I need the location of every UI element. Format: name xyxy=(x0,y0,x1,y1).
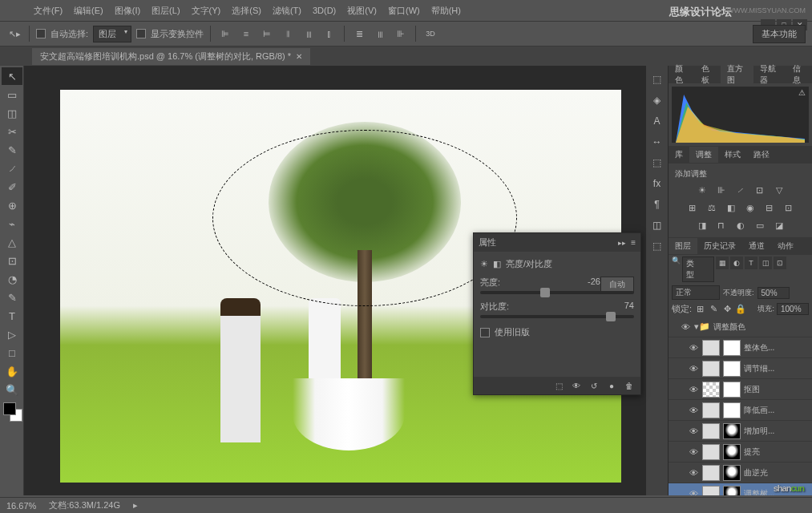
legacy-checkbox[interactable] xyxy=(480,328,490,337)
crop-tool[interactable]: ✂ xyxy=(2,123,22,140)
threshold-icon[interactable]: ◐ xyxy=(733,219,748,232)
3d-mode-icon[interactable]: 3D xyxy=(422,26,438,42)
menu-3d[interactable]: 3D(D) xyxy=(308,4,341,17)
layer-group[interactable]: 👁 ▾📁 调整颜色 xyxy=(669,317,812,337)
path-select-tool[interactable]: ▷ xyxy=(2,325,22,343)
mixer-icon[interactable]: ⊟ xyxy=(762,201,777,214)
layer-thumbnail[interactable] xyxy=(702,402,720,418)
tab-adjustments[interactable]: 调整 xyxy=(689,147,718,163)
visibility-toggle[interactable]: 👁 xyxy=(688,489,699,496)
strip-icon[interactable]: fx xyxy=(650,176,665,191)
layer-row[interactable]: 👁提亮 xyxy=(669,442,812,463)
lock-position-icon[interactable]: ✥ xyxy=(721,304,733,315)
layer-mask-thumbnail[interactable] xyxy=(723,423,741,439)
visibility-toggle[interactable]: 👁 xyxy=(688,426,699,436)
opacity-input[interactable]: 50% xyxy=(757,287,790,299)
warning-icon[interactable]: ⚠ xyxy=(798,88,806,97)
lock-transparency-icon[interactable]: ⊞ xyxy=(694,304,705,315)
contrast-slider[interactable] xyxy=(480,315,634,318)
balance-icon[interactable]: ⚖ xyxy=(705,201,719,214)
layer-row[interactable]: 👁抠图 xyxy=(669,379,812,400)
move-tool[interactable]: ↖ xyxy=(2,67,22,85)
tab-layers[interactable]: 图层 xyxy=(669,238,697,254)
workspace-switcher[interactable]: 基本功能 xyxy=(753,25,806,43)
tab-styles[interactable]: 样式 xyxy=(718,147,747,163)
strip-icon[interactable]: ◈ xyxy=(650,93,665,107)
menu-help[interactable]: 帮助(H) xyxy=(426,3,466,18)
delete-icon[interactable]: 🗑 xyxy=(623,380,636,391)
layer-thumbnail[interactable] xyxy=(702,444,720,460)
distribute-icon[interactable]: ⫼ xyxy=(372,26,388,42)
gradient-map-icon[interactable]: ▭ xyxy=(753,219,767,232)
lock-all-icon[interactable]: 🔒 xyxy=(735,304,746,315)
layer-thumbnail[interactable] xyxy=(702,465,720,481)
strip-icon[interactable]: ◫ xyxy=(650,218,665,232)
layer-dropdown[interactable]: 图层 xyxy=(93,26,131,42)
tab-history[interactable]: 历史记录 xyxy=(697,238,742,254)
contrast-value[interactable]: 74 xyxy=(624,301,634,313)
hand-tool[interactable]: ✋ xyxy=(2,362,22,380)
layer-mask-thumbnail[interactable] xyxy=(723,340,741,356)
exposure-icon[interactable]: ⊡ xyxy=(753,184,767,196)
curves-icon[interactable]: ⟋ xyxy=(733,184,748,196)
photo-filter-icon[interactable]: ◉ xyxy=(743,201,757,214)
gradient-tool[interactable]: ⊡ xyxy=(2,252,22,269)
brightness-slider[interactable] xyxy=(480,291,634,294)
tab-histogram[interactable]: 直方图 xyxy=(721,61,753,88)
tab-channels[interactable]: 通道 xyxy=(742,238,771,254)
visibility-toggle[interactable]: 👁 xyxy=(680,322,691,332)
visibility-toggle[interactable]: 👁 xyxy=(688,364,699,374)
menu-view[interactable]: 视图(V) xyxy=(342,3,382,18)
type-tool[interactable]: T xyxy=(2,307,22,325)
layer-name[interactable]: 曲逆光 xyxy=(744,467,768,479)
layer-name[interactable]: 调整颜色 xyxy=(713,321,745,333)
tab-actions[interactable]: 动作 xyxy=(771,238,800,254)
layer-thumbnail[interactable] xyxy=(702,423,720,439)
tab-swatches[interactable]: 色板 xyxy=(695,61,721,88)
distribute-icon[interactable]: ≣ xyxy=(351,26,367,42)
lookup-icon[interactable]: ⊡ xyxy=(782,201,796,214)
tab-library[interactable]: 库 xyxy=(669,147,689,163)
selective-icon[interactable]: ◪ xyxy=(772,219,786,232)
menu-file[interactable]: 文件(F) xyxy=(29,3,67,18)
layer-name[interactable]: 降低画... xyxy=(744,405,774,416)
eyedropper-tool[interactable]: ✎ xyxy=(2,141,22,159)
visibility-toggle[interactable]: 👁 xyxy=(688,343,699,353)
menu-layer[interactable]: 图层(L) xyxy=(147,3,184,18)
clip-icon[interactable]: ⬚ xyxy=(552,380,565,391)
menu-edit[interactable]: 编辑(E) xyxy=(69,3,108,18)
menu-type[interactable]: 文字(Y) xyxy=(187,3,226,18)
filter-adjust-icon[interactable]: ◐ xyxy=(730,256,743,269)
layer-row[interactable]: 👁整体色... xyxy=(669,337,812,358)
fill-input[interactable]: 100% xyxy=(777,303,809,315)
strip-icon[interactable]: ⬚ xyxy=(650,156,665,170)
align-icon[interactable]: ⊫ xyxy=(217,26,233,42)
tab-color[interactable]: 颜色 xyxy=(669,61,695,88)
layer-row[interactable]: 👁调整树... xyxy=(669,483,812,495)
align-icon[interactable]: ⫿ xyxy=(321,26,337,42)
filter-shape-icon[interactable]: ◫ xyxy=(759,256,772,269)
layer-name[interactable]: 提亮 xyxy=(744,446,760,458)
brightness-value[interactable]: -26 xyxy=(588,277,600,289)
menu-filter[interactable]: 滤镜(T) xyxy=(268,3,306,18)
filter-kind-icon[interactable]: 🔍 xyxy=(672,256,681,282)
foreground-color[interactable] xyxy=(3,402,16,415)
strip-icon[interactable]: ↔ xyxy=(650,135,665,149)
eraser-tool[interactable]: △ xyxy=(2,233,22,251)
tab-paths[interactable]: 路径 xyxy=(747,147,776,163)
auto-button[interactable]: 自动 xyxy=(600,277,634,293)
filter-type-select[interactable]: 类型 xyxy=(682,256,714,282)
align-icon[interactable]: ≡ xyxy=(238,26,254,42)
pen-tool[interactable]: ✎ xyxy=(2,289,22,306)
visibility-toggle[interactable]: 👁 xyxy=(688,406,699,415)
auto-select-checkbox[interactable] xyxy=(36,29,46,38)
zoom-level[interactable]: 16.67% xyxy=(6,501,36,511)
layer-row[interactable]: 👁降低画... xyxy=(669,400,812,421)
shape-tool[interactable]: □ xyxy=(2,344,22,362)
show-transform-checkbox[interactable] xyxy=(136,29,146,38)
menu-select[interactable]: 选择(S) xyxy=(227,3,266,18)
toggle-visibility-icon[interactable]: ● xyxy=(605,380,618,391)
filter-type-icon[interactable]: T xyxy=(745,256,757,269)
visibility-toggle[interactable]: 👁 xyxy=(688,468,699,478)
collapse-icon[interactable]: ▸▸ xyxy=(618,239,626,247)
